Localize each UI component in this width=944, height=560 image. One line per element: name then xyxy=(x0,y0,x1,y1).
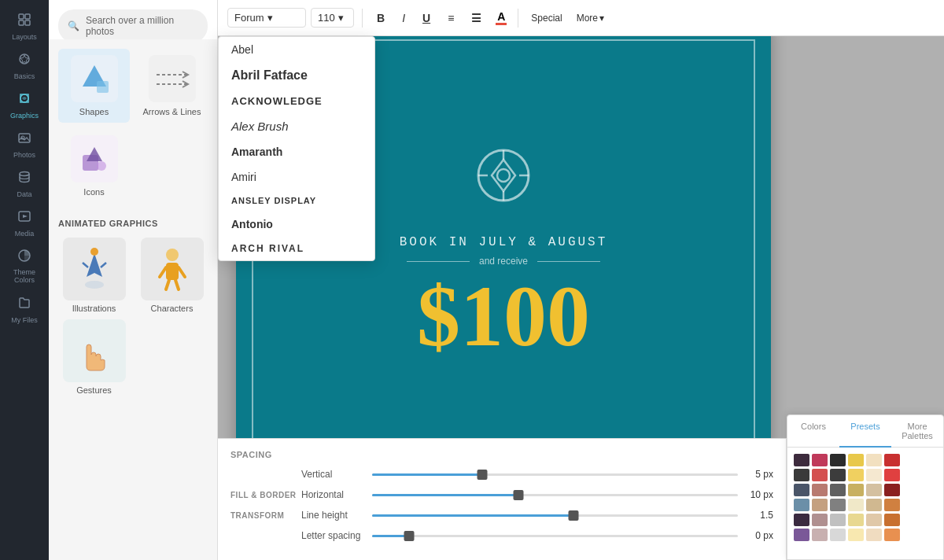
swatch-1-6[interactable] xyxy=(884,454,900,466)
svg-line-52 xyxy=(166,280,169,289)
swatch-row-5 xyxy=(794,514,937,526)
sidebar-outer-item-data[interactable]: Data xyxy=(0,164,49,203)
swatch-1-1[interactable] xyxy=(794,454,809,466)
myfiles-icon xyxy=(17,296,31,313)
bold-button[interactable]: B xyxy=(371,9,391,28)
text-color-button[interactable]: A xyxy=(492,9,510,27)
fill-border-row: FILL & BORDER Horizontal 10 px xyxy=(230,489,773,500)
sidebar-outer-item-media[interactable]: Media xyxy=(0,203,49,242)
anim-item-characters[interactable]: Characters xyxy=(136,238,208,313)
more-label: More xyxy=(577,13,598,24)
swatch-5-5[interactable] xyxy=(866,514,882,526)
svg-rect-8 xyxy=(19,20,24,25)
sidebar-outer-item-photos[interactable]: Photos xyxy=(0,124,49,164)
italic-button[interactable]: I xyxy=(396,9,411,28)
tab-presets[interactable]: Presets xyxy=(839,415,891,448)
font-item-amaranth[interactable]: Amaranth xyxy=(219,139,374,164)
anim-item-illustrations[interactable]: Illustrations xyxy=(58,238,130,313)
more-button[interactable]: More ▾ xyxy=(572,9,609,27)
swatch-2-3[interactable] xyxy=(830,469,846,481)
swatch-1-3[interactable] xyxy=(830,454,846,466)
swatch-5-3[interactable] xyxy=(830,514,846,526)
anim-item-gestures[interactable]: Gestures xyxy=(58,319,130,395)
swatch-4-4[interactable] xyxy=(848,499,864,511)
swatch-6-3[interactable] xyxy=(830,529,846,541)
letterspacing-thumb[interactable] xyxy=(404,531,414,541)
swatch-3-5[interactable] xyxy=(866,484,882,496)
font-item-abril[interactable]: Abril Fatface xyxy=(219,62,374,89)
swatch-6-1[interactable] xyxy=(794,529,809,541)
swatch-3-3[interactable] xyxy=(830,484,846,496)
sidebar-outer: Layouts Basics Graphics Ph xyxy=(0,0,49,560)
swatch-5-4[interactable] xyxy=(848,514,864,526)
horizontal-thumb[interactable] xyxy=(514,490,524,500)
font-item-arch[interactable]: ARCH RIVAL xyxy=(219,237,374,260)
swatch-1-2[interactable] xyxy=(812,454,828,466)
characters-label: Characters xyxy=(151,304,194,313)
swatch-5-1[interactable] xyxy=(794,514,809,526)
graphics-item-arrows[interactable]: Arrows & Lines xyxy=(136,49,208,123)
sidebar-outer-item-basics[interactable]: Basics xyxy=(0,46,49,85)
graphics-item-icons[interactable]: Icons xyxy=(58,129,130,203)
swatch-6-5[interactable] xyxy=(866,529,882,541)
vertical-slider[interactable] xyxy=(372,473,738,476)
swatch-4-3[interactable] xyxy=(830,499,846,511)
canvas-title: BOOK IN JULY & AUGUST xyxy=(400,235,608,249)
swatch-6-4[interactable] xyxy=(848,529,864,541)
icons-label: Icons xyxy=(83,187,104,197)
color-swatches xyxy=(787,448,943,550)
letterspacing-slider[interactable] xyxy=(372,535,738,537)
graphics-grid: Shapes Arrows & Lines Icons xyxy=(49,39,217,212)
font-size-label: 110 xyxy=(318,12,335,24)
search-box[interactable]: 🔍 Search over a million photos xyxy=(58,9,208,42)
swatch-1-4[interactable] xyxy=(848,454,864,466)
swatch-3-4[interactable] xyxy=(848,484,864,496)
sidebar-outer-item-graphics[interactable]: Graphics xyxy=(0,85,49,124)
swatch-3-2[interactable] xyxy=(812,484,828,496)
underline-button[interactable]: U xyxy=(416,9,437,28)
sidebar-outer-item-myfiles[interactable]: My Files xyxy=(0,289,49,329)
align-list-button[interactable]: ☰ xyxy=(465,9,488,28)
swatch-4-1[interactable] xyxy=(794,499,809,511)
swatch-5-2[interactable] xyxy=(812,514,828,526)
swatch-2-5[interactable] xyxy=(866,469,882,481)
svg-rect-45 xyxy=(97,161,106,171)
vertical-thumb[interactable] xyxy=(477,470,487,480)
horizontal-slider[interactable] xyxy=(372,494,738,496)
swatch-4-2[interactable] xyxy=(812,499,828,511)
font-item-alex[interactable]: Alex Brush xyxy=(219,113,374,139)
font-selector[interactable]: Forum ▾ xyxy=(227,8,306,28)
swatch-5-6[interactable] xyxy=(884,514,900,526)
toolbar: Forum ▾ 110 ▾ B I U ≡ ☰ A Special More ▾ xyxy=(218,0,944,36)
swatch-2-1[interactable] xyxy=(794,469,809,481)
font-item-antonio[interactable]: Antonio xyxy=(219,212,374,237)
font-item-abel[interactable]: Abel xyxy=(219,37,374,62)
swatch-2-4[interactable] xyxy=(848,469,864,481)
lineheight-slider[interactable] xyxy=(372,514,738,517)
lineheight-thumb[interactable] xyxy=(568,510,578,521)
swatch-3-1[interactable] xyxy=(794,484,809,496)
swatch-3-6[interactable] xyxy=(884,484,900,496)
swatch-4-6[interactable] xyxy=(884,499,900,511)
swatch-2-6[interactable] xyxy=(884,469,900,481)
gestures-label: Gestures xyxy=(76,385,112,395)
font-size-selector[interactable]: 110 ▾ xyxy=(311,8,354,28)
swatch-4-5[interactable] xyxy=(866,499,882,511)
svg-point-14 xyxy=(20,172,29,176)
tab-colors[interactable]: Colors xyxy=(787,415,839,447)
swatch-1-5[interactable] xyxy=(866,454,882,466)
font-item-ansley[interactable]: ANSLEY DISPLAY xyxy=(219,190,374,212)
sidebar-outer-item-layouts[interactable]: Layouts xyxy=(0,6,49,46)
align-left-button[interactable]: ≡ xyxy=(441,9,460,28)
tab-more-palettes[interactable]: More Palettes xyxy=(891,415,943,447)
swatch-6-2[interactable] xyxy=(812,529,828,541)
arrows-label: Arrows & Lines xyxy=(143,107,201,116)
swatch-2-2[interactable] xyxy=(812,469,828,481)
swatch-6-6[interactable] xyxy=(884,529,900,541)
font-item-acknowledge[interactable]: ACKNOWLEDGE xyxy=(219,89,374,113)
special-button[interactable]: Special xyxy=(526,9,566,27)
sidebar-outer-item-themecolors[interactable]: Theme Colors xyxy=(0,242,49,289)
graphics-item-shapes[interactable]: Shapes xyxy=(58,49,130,123)
font-item-amiri[interactable]: Amiri xyxy=(219,164,374,190)
camera-icon xyxy=(472,144,535,219)
